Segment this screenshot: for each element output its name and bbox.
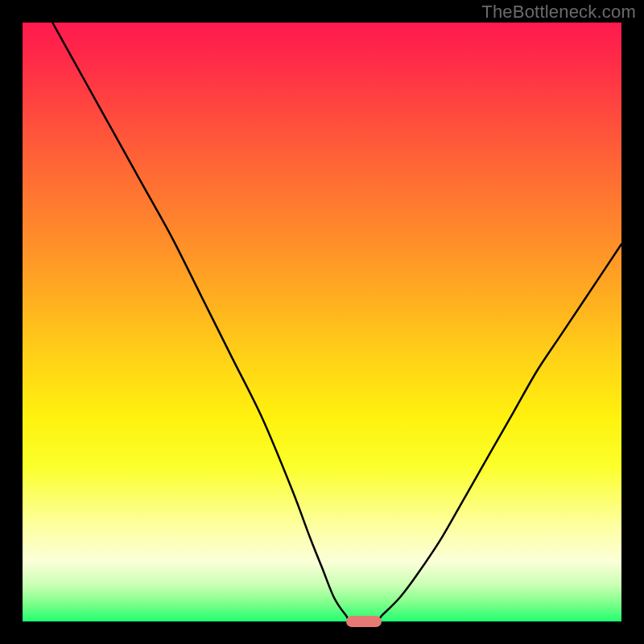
optimal-marker <box>346 616 382 628</box>
plot-frame <box>23 23 621 621</box>
watermark-text: TheBottleneck.com <box>481 2 636 23</box>
curve-layer <box>23 23 621 621</box>
bottleneck-curve <box>52 23 621 621</box>
